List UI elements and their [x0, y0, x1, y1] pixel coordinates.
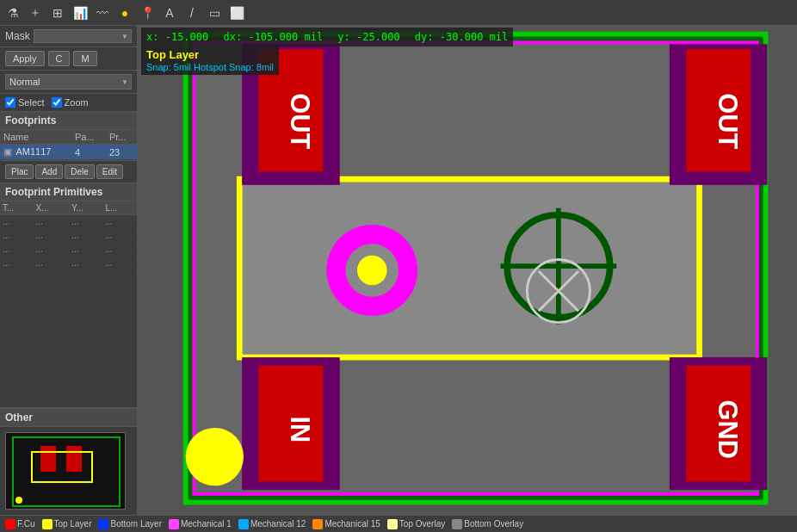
apply-row: Apply C M [0, 47, 137, 71]
table-row: ... ... ... ... [0, 215, 137, 229]
canvas-area[interactable]: x: -15.000 dx: -105.000 mil y: -25.000 d… [138, 26, 797, 515]
layer-bottom[interactable]: Bottom Layer [98, 519, 161, 529]
prim-y-cell: ... [69, 215, 102, 229]
footprints-header: Footprints [0, 112, 137, 130]
svg-text:IN: IN [285, 416, 315, 442]
left-panel: Mask Apply C M Normal Select [0, 26, 138, 515]
normal-select[interactable]: Normal [5, 74, 132, 90]
yellow-dot-icon[interactable]: ● [115, 3, 134, 22]
prim-l-cell: ... [102, 215, 137, 229]
fcu-color [5, 519, 15, 529]
svg-rect-1 [40, 446, 56, 472]
m-button[interactable]: M [73, 51, 96, 66]
edit-button[interactable]: Edit [96, 164, 123, 179]
filter-icon[interactable]: ⚗ [3, 3, 22, 22]
mask-select[interactable] [34, 29, 132, 43]
route-icon[interactable]: 〰 [93, 3, 112, 22]
topoverlay-label: Top Overlay [399, 519, 445, 529]
zoom-checkbox-label[interactable]: Zoom [52, 97, 89, 108]
prim-x-cell: ... [33, 215, 69, 229]
primitives-section: Footprint Primitives T... X... Y... L...… [0, 183, 137, 408]
plac-button[interactable]: Plac [5, 164, 34, 179]
prim-l-cell: ... [102, 257, 137, 270]
fp-actions: Plac Add Dele Edit [0, 161, 137, 183]
apply-button[interactable]: Apply [5, 51, 45, 66]
layer-mech15[interactable]: Mechanical 15 [312, 519, 380, 529]
select-zoom-row: Select Zoom [0, 94, 137, 112]
prim-col-y: Y... [69, 201, 102, 215]
layer-fcu[interactable]: F.Cu [5, 519, 35, 529]
prim-col-x: X... [33, 201, 69, 215]
other-preview-svg [6, 433, 126, 510]
primitives-table: T... X... Y... L... ... ... ... ... ... … [0, 201, 137, 270]
prim-l-cell: ... [102, 243, 137, 257]
screen-icon[interactable]: ⬜ [227, 3, 246, 22]
fp-pa-cell: 4 [71, 145, 106, 160]
svg-rect-2 [66, 446, 82, 472]
table-row: ... ... ... ... [0, 229, 137, 243]
svg-point-24 [357, 256, 387, 286]
fp-col-pr: Pr... [106, 130, 137, 145]
dele-button[interactable]: Dele [65, 164, 95, 179]
mech12-label: Mechanical 12 [250, 519, 306, 529]
table-row[interactable]: ▣ AM1117 4 23 [0, 145, 137, 160]
select-checkbox[interactable] [5, 97, 15, 108]
mech1-color [169, 519, 179, 529]
svg-text:GND: GND [713, 400, 743, 459]
layer-mech1[interactable]: Mechanical 1 [169, 519, 232, 529]
bottomoverlay-label: Bottom Overlay [464, 519, 523, 529]
fp-col-name: Name [0, 130, 71, 145]
footprints-table: Name Pa... Pr... ▣ AM1117 4 23 [0, 130, 137, 160]
fp-pr-cell: 23 [106, 145, 137, 160]
main-toolbar: ⚗ ＋ ⊞ 📊 〰 ● 📍 A / ▭ ⬜ [0, 0, 797, 26]
select-checkbox-label[interactable]: Select [5, 97, 45, 108]
fp-name-cell: ▣ AM1117 [0, 145, 71, 160]
svg-text:OUT: OUT [285, 93, 315, 149]
layer-mech12[interactable]: Mechanical 12 [238, 519, 306, 529]
select-label: Select [18, 97, 45, 108]
zoom-label: Zoom [65, 97, 89, 108]
mech12-color [238, 519, 249, 529]
line-icon[interactable]: / [182, 3, 201, 22]
footprints-section: Footprints Name Pa... Pr... ▣ AM1117 4 2… [0, 112, 137, 161]
prim-y-cell: ... [69, 257, 102, 270]
mask-label: Mask [5, 30, 30, 42]
prim-t-cell: ... [0, 229, 33, 243]
text-icon[interactable]: A [160, 3, 179, 22]
fp-row-icon: ▣ [3, 146, 12, 157]
normal-row: Normal [0, 71, 137, 94]
add-button[interactable]: Add [35, 164, 63, 179]
bottomoverlay-color [452, 519, 462, 529]
svg-text:OUT: OUT [713, 93, 743, 149]
c-button[interactable]: C [48, 51, 71, 66]
mech1-label: Mechanical 1 [181, 519, 232, 529]
rect-icon[interactable]: ▭ [205, 3, 224, 22]
zoom-checkbox[interactable] [52, 97, 62, 108]
chart-icon[interactable]: 📊 [71, 3, 90, 22]
grid-icon[interactable]: ⊞ [48, 3, 67, 22]
prim-y-cell: ... [69, 229, 102, 243]
layer-top[interactable]: Top Layer [42, 519, 92, 529]
prim-x-cell: ... [33, 243, 69, 257]
other-preview [5, 432, 126, 510]
layer-topoverlay[interactable]: Top Overlay [387, 519, 445, 529]
layer-bottomoverlay[interactable]: Bottom Overlay [452, 519, 523, 529]
svg-point-4 [15, 497, 22, 504]
prim-t-cell: ... [0, 257, 33, 270]
svg-rect-9 [239, 179, 699, 357]
mask-row: Mask [0, 26, 137, 47]
primitives-header: Footprint Primitives [0, 183, 137, 201]
pin-icon[interactable]: 📍 [138, 3, 157, 22]
prim-t-cell: ... [0, 215, 33, 229]
plus-icon[interactable]: ＋ [26, 3, 45, 22]
prim-x-cell: ... [33, 229, 69, 243]
prim-l-cell: ... [102, 229, 137, 243]
table-row: ... ... ... ... [0, 257, 137, 270]
top-color [42, 519, 53, 529]
table-row: ... ... ... ... [0, 243, 137, 257]
prim-x-cell: ... [33, 257, 69, 270]
prim-y-cell: ... [69, 243, 102, 257]
bottom-color [98, 519, 108, 529]
fp-col-pa: Pa... [71, 130, 106, 145]
pcb-canvas[interactable]: OUT OUT IN GND [138, 26, 797, 515]
